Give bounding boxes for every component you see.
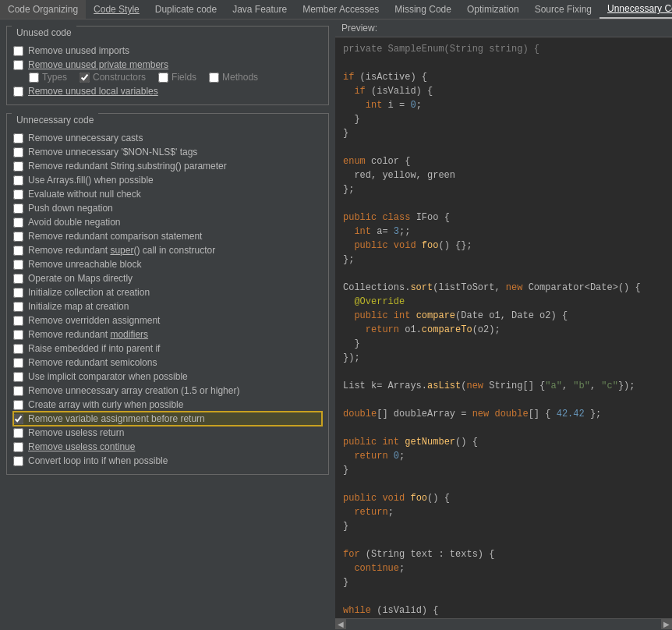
evaluate-without-null-check-label: Evaluate without null check [28,189,141,200]
remove-unused-imports-label: Remove unused imports [28,45,129,56]
constructors-checkbox[interactable] [80,73,90,83]
remove-unused-local-checkbox[interactable] [13,87,23,97]
scroll-right-button[interactable]: ▶ [661,619,672,630]
methods-label: Methods [222,72,258,83]
operate-on-maps-label: Operate on Maps directly [28,273,133,284]
remove-variable-assignment-checkbox[interactable] [13,414,23,424]
remove-unreachable-block-checkbox[interactable] [13,260,23,270]
tab-missing-code[interactable]: Missing Code [387,0,459,19]
list-item: Remove unused local variables [13,84,322,98]
unused-code-title: Unused code [12,26,76,40]
push-down-negation-label: Push down negation [28,203,113,214]
remove-overridden-assignment-label: Remove overridden assignment [28,315,160,326]
tab-optimization[interactable]: Optimization [459,0,527,19]
list-item: Remove redundant semicolons [13,356,322,370]
tab-bar: Code Organizing Code Style Duplicate cod… [0,0,672,19]
operate-on-maps-checkbox[interactable] [13,274,23,284]
evaluate-without-null-check-checkbox[interactable] [13,189,23,200]
use-implicit-comparator-checkbox[interactable] [13,372,23,382]
convert-loop-into-if-checkbox[interactable] [13,456,23,466]
list-item: Remove overridden assignment [13,313,322,327]
remove-unnecessary-non-nls-checkbox[interactable] [13,147,23,158]
list-item: Remove unnecessary array creation (1.5 o… [13,384,322,398]
horizontal-scrollbar[interactable]: ◀ ▶ [335,618,672,629]
list-item: Remove useless continue [13,440,322,454]
list-item: Remove redundant comparison statement [13,229,322,243]
use-arrays-fill-checkbox[interactable] [13,175,23,186]
create-array-curly-label: Create array with curly when possible [28,399,183,410]
sub-checkboxes: Types Constructors Fields Methods [29,72,322,83]
methods-checkbox[interactable] [209,73,219,83]
remove-variable-assignment-row: Remove variable assignment before return [13,412,322,426]
remove-unnecessary-casts-label: Remove unnecessary casts [28,133,143,143]
initialize-collection-label: Initialize collection at creation [28,287,150,298]
remove-redundant-substring-checkbox[interactable] [13,161,23,172]
avoid-double-negation-label: Avoid double negation [28,217,121,228]
list-item: Use Arrays.fill() when possible [13,173,322,187]
remove-useless-continue-checkbox[interactable] [13,442,23,452]
remove-unused-private-label: Remove unused private members [28,59,168,70]
tab-code-organizing[interactable]: Code Organizing [0,0,86,19]
tab-source-fixing[interactable]: Source Fixing [527,0,599,19]
list-item: Use implicit comparator when possible [13,370,322,384]
list-item: Operate on Maps directly [13,271,322,285]
list-item: Remove unnecessary '$NON-NLS$' tags [13,145,322,159]
raise-embedded-if-label: Raise embedded if into parent if [28,343,160,354]
use-arrays-fill-label: Use Arrays.fill() when possible [28,175,154,186]
unnecessary-code-section: Unnecessary code Remove unnecessary cast… [6,113,329,475]
tab-duplicate-code[interactable]: Duplicate code [147,0,225,19]
remove-unnecessary-casts-checkbox[interactable] [13,133,23,143]
initialize-map-checkbox[interactable] [13,302,23,312]
remove-unused-private-checkbox[interactable] [13,60,23,70]
remove-unnecessary-array-creation-checkbox[interactable] [13,386,23,396]
raise-embedded-if-checkbox[interactable] [13,344,23,354]
fields-checkbox[interactable] [158,73,168,83]
remove-redundant-modifiers-checkbox[interactable] [13,330,23,340]
list-item: Create array with curly when possible [13,398,322,412]
initialize-map-label: Initialize map at creation [28,301,129,312]
fields-label: Fields [172,72,196,83]
unnecessary-code-content: Remove unnecessary casts Remove unnecess… [7,128,328,474]
remove-unnecessary-non-nls-label: Remove unnecessary '$NON-NLS$' tags [28,147,197,158]
main-content: Unused code Remove unused imports Remove… [0,19,672,629]
remove-redundant-super-checkbox[interactable] [13,246,23,256]
list-item: Remove unused imports [13,44,322,58]
scrollbar-track[interactable] [346,619,661,629]
remove-variable-assignment-label: Remove variable assignment before return [28,413,205,424]
tab-member-accesses[interactable]: Member Accesses [295,0,387,19]
remove-unreachable-block-label: Remove unreachable block [28,259,141,270]
remove-useless-return-label: Remove useless return [28,427,124,438]
types-checkbox[interactable] [29,73,39,83]
push-down-negation-checkbox[interactable] [13,204,23,214]
unused-code-section: Unused code Remove unused imports Remove… [6,26,329,105]
tab-code-style[interactable]: Code Style [86,0,147,19]
list-item: Remove useless return [13,426,322,440]
convert-loop-into-if-label: Convert loop into if when possible [28,455,168,466]
list-item: Remove unnecessary casts [13,131,322,145]
list-item: Remove redundant String.substring() para… [13,159,322,173]
unused-code-content: Remove unused imports Remove unused priv… [7,41,328,104]
remove-redundant-super-label: Remove redundant super() call in constru… [28,245,215,256]
list-item: Convert loop into if when possible [13,454,322,468]
list-item: Avoid double negation [13,215,322,229]
remove-unnecessary-array-creation-label: Remove unnecessary array creation (1.5 o… [28,385,239,396]
avoid-double-negation-checkbox[interactable] [13,218,23,228]
initialize-collection-checkbox[interactable] [13,288,23,298]
tab-unnecessary-code[interactable]: Unnecessary Code [599,0,672,19]
remove-useless-return-checkbox[interactable] [13,428,23,438]
tab-java-feature[interactable]: Java Feature [225,0,295,19]
scroll-left-button[interactable]: ◀ [335,619,346,630]
remove-overridden-assignment-checkbox[interactable] [13,316,23,326]
remove-unused-imports-checkbox[interactable] [13,46,23,56]
create-array-curly-checkbox[interactable] [13,400,23,410]
list-item: Push down negation [13,201,322,215]
remove-redundant-semicolons-checkbox[interactable] [13,358,23,368]
fields-sub-checkbox: Fields [158,72,196,83]
right-panel: Preview: private SampleEnum(String strin… [335,19,672,629]
code-preview[interactable]: private SampleEnum(String string) { if (… [335,37,672,618]
remove-useless-continue-label: Remove useless continue [28,441,135,452]
remove-redundant-comparison-checkbox[interactable] [13,232,23,242]
use-implicit-comparator-label: Use implicit comparator when possible [28,371,188,382]
preview-label: Preview: [335,19,672,37]
constructors-label: Constructors [93,72,146,83]
